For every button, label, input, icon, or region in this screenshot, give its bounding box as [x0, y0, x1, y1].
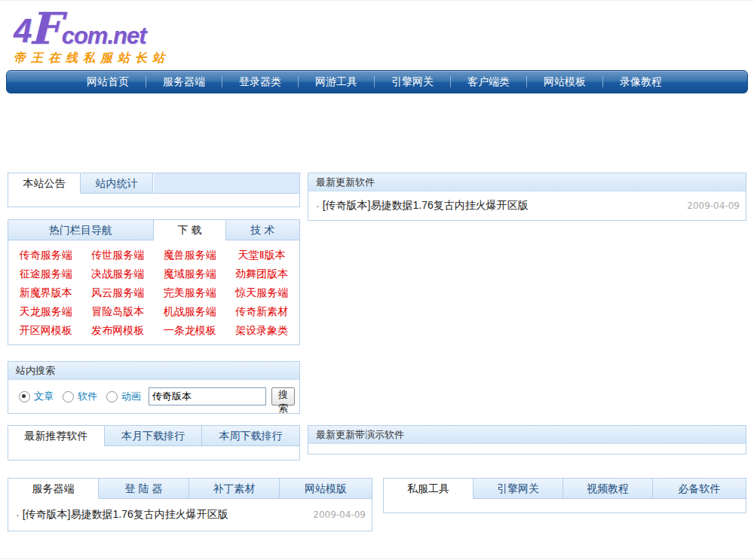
tab-ps-tools[interactable]: 私服工具: [384, 479, 474, 499]
tab-site-notice[interactable]: 本站公告: [8, 173, 81, 194]
hot-link[interactable]: 传世服务端: [82, 246, 155, 265]
item-date: 2009-04-09: [313, 510, 366, 520]
nav-item-client[interactable]: 客户端类: [451, 75, 526, 89]
tab-server-side[interactable]: 服务器端: [8, 479, 99, 499]
hot-link[interactable]: 新魔界版本: [10, 283, 82, 302]
radio-article[interactable]: [19, 391, 30, 402]
tab-launcher[interactable]: 登 陆 器: [99, 479, 189, 498]
hot-link[interactable]: 一条龙模板: [154, 321, 226, 340]
tab-week-download-rank[interactable]: 本周下载排行: [202, 426, 299, 445]
radio-animation-label[interactable]: 动画: [121, 390, 141, 403]
latest-software-panel: 最新更新软件 · [传奇版本]易捷数据1.76复古内挂火爆开区版 2009-04…: [308, 173, 746, 221]
software-list-item: · [传奇版本]易捷数据1.76复古内挂火爆开区版 2009-04-09: [308, 191, 746, 220]
software-item-link[interactable]: [传奇版本]易捷数据1.76复古内挂火爆开区版: [323, 199, 529, 213]
page: { "logo": { "digit": "4", "f": "F", "dom…: [0, 0, 754, 560]
site-logo[interactable]: 4Fcom.net 帝王在线私服站长站: [14, 7, 170, 66]
hot-link[interactable]: 传奇服务端: [10, 246, 82, 265]
recommend-body: [8, 446, 299, 460]
tab-download[interactable]: 下 载: [154, 220, 226, 240]
software-item-link[interactable]: [传奇版本]易捷数据1.76复古内挂火爆开区版: [23, 508, 228, 522]
radio-animation[interactable]: [106, 391, 118, 402]
hot-link[interactable]: 发布网模板: [82, 321, 155, 340]
tab-site-templates[interactable]: 网站模版: [280, 479, 372, 498]
tab-month-download-rank[interactable]: 本月下载排行: [105, 426, 202, 445]
tab-patch-material[interactable]: 补丁素材: [189, 479, 280, 498]
nav-item-home[interactable]: 网站首页: [70, 75, 146, 89]
nav-item-game-tools[interactable]: 网游工具: [299, 75, 374, 89]
latest-demo-body: [308, 444, 746, 454]
hot-links-grid: 传奇服务端 传世服务端 魔兽服务端 天堂Ⅱ版本 征途服务端 决战服务端 魔域服务…: [8, 240, 299, 344]
nav-item-video-tutorial[interactable]: 录像教程: [603, 75, 679, 89]
logo-domain: com.net: [62, 24, 146, 47]
bottom-right-panel: 私服工具 引擎网关 视频教程 必备软件: [383, 478, 746, 513]
logo-wordmark: 4Fcom.net: [14, 7, 170, 47]
bottom-left-panel: 服务器端 登 陆 器 补丁素材 网站模版 · [传奇版本]易捷数据1.76复古内…: [8, 478, 372, 531]
search-form: 文章 软件 动画 搜索: [8, 380, 299, 413]
hot-link[interactable]: 传奇新素材: [226, 302, 299, 321]
hot-link[interactable]: 开区网模板: [10, 321, 82, 340]
search-input[interactable]: [149, 387, 266, 405]
tab-site-stats[interactable]: 站内统计: [81, 173, 153, 193]
tab-latest-recommended[interactable]: 最新推荐软件: [8, 426, 105, 446]
hot-link[interactable]: 机战服务端: [154, 302, 226, 321]
hot-link[interactable]: 完美服务端: [154, 283, 226, 302]
site-search-panel: 站内搜索 文章 软件 动画 搜索: [8, 361, 300, 414]
hot-link[interactable]: 决战服务端: [82, 265, 155, 283]
notice-tabbar: 本站公告 站内统计: [8, 173, 299, 194]
notice-panel: 本站公告 站内统计: [8, 173, 300, 207]
hot-link[interactable]: 天堂Ⅱ版本: [226, 246, 299, 265]
tab-hot-categories[interactable]: 热门栏目导航: [8, 220, 154, 240]
latest-demo-panel: 最新更新带演示软件: [308, 425, 746, 454]
page-bottom-divider: [0, 558, 754, 559]
latest-software-title: 最新更新软件: [308, 173, 746, 191]
hot-nav-tabbar: 热门栏目导航 下 载 技 术: [8, 220, 299, 240]
recommend-panel: 最新推荐软件 本月下载排行 本周下载排行: [8, 425, 300, 461]
item-bullet: ·: [16, 509, 20, 521]
radio-software-label[interactable]: 软件: [78, 390, 97, 403]
bottom-right-tabbar: 私服工具 引擎网关 视频教程 必备软件: [384, 479, 746, 499]
bottom-left-tabbar: 服务器端 登 陆 器 补丁素材 网站模版: [8, 479, 372, 499]
main-nav: 网站首页 服务器端 登录器类 网游工具 引擎网关 客户端类 网站模板 录像教程: [6, 70, 748, 93]
item-date: 2009-04-09: [687, 200, 740, 211]
tab-engine-gateway[interactable]: 引擎网关: [474, 479, 563, 498]
hot-link[interactable]: 架设录象类: [226, 321, 299, 340]
hot-link[interactable]: 魔域服务端: [154, 265, 226, 283]
tab-video-tutorials[interactable]: 视频教程: [563, 479, 653, 498]
hot-link[interactable]: 风云服务端: [82, 283, 155, 302]
hot-link[interactable]: 天龙服务端: [10, 302, 82, 321]
hot-link[interactable]: 惊天服务端: [226, 283, 299, 302]
radio-software[interactable]: [63, 391, 74, 402]
notice-body: [8, 194, 299, 207]
hot-nav-panel: 热门栏目导航 下 载 技 术 传奇服务端 传世服务端 魔兽服务端 天堂Ⅱ版本 征…: [8, 219, 300, 345]
tab-tech[interactable]: 技 术: [226, 220, 299, 240]
search-button[interactable]: 搜索: [271, 387, 295, 405]
nav-item-site-template[interactable]: 网站模板: [527, 75, 602, 89]
tabbar-filler: [153, 173, 299, 193]
logo-slogan: 帝王在线私服站长站: [14, 50, 170, 66]
bottom-right-body: [384, 499, 746, 513]
nav-item-server[interactable]: 服务器端: [146, 75, 222, 89]
hot-link[interactable]: 冒险岛版本: [82, 302, 155, 321]
radio-article-label[interactable]: 文章: [34, 390, 54, 403]
item-bullet: ·: [316, 200, 320, 212]
tab-essential-software[interactable]: 必备软件: [653, 479, 746, 498]
recommend-tabbar: 最新推荐软件 本月下载排行 本周下载排行: [8, 426, 299, 446]
hot-link[interactable]: 征途服务端: [10, 265, 82, 283]
hot-link[interactable]: 魔兽服务端: [154, 246, 226, 265]
nav-item-launcher[interactable]: 登录器类: [222, 75, 298, 89]
software-list-item: · [传奇版本]易捷数据1.76复古内挂火爆开区版 2009-04-09: [8, 499, 372, 531]
hot-link[interactable]: 劲舞团版本: [226, 265, 299, 283]
nav-item-engine-gateway[interactable]: 引擎网关: [375, 75, 450, 89]
latest-demo-title: 最新更新带演示软件: [308, 426, 746, 444]
logo-f-glyph: F: [29, 7, 60, 50]
search-panel-title: 站内搜索: [8, 362, 299, 380]
